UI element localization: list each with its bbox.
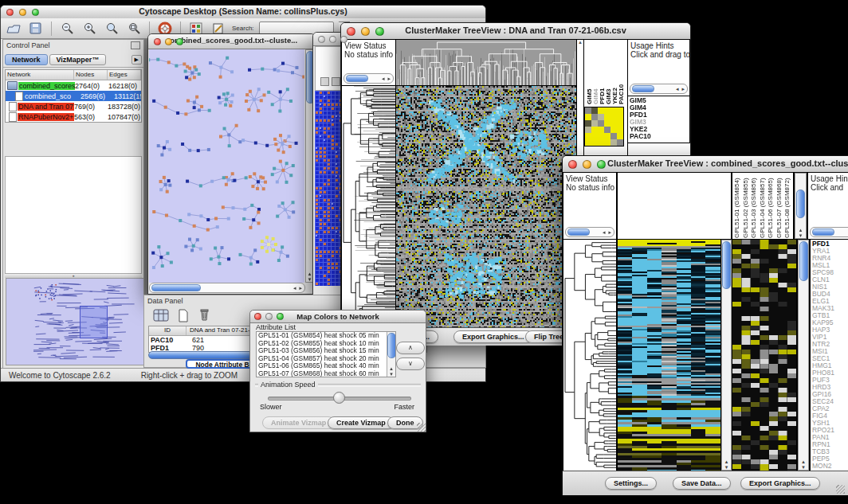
birds-eye-view[interactable]: [6, 278, 144, 365]
close-button[interactable]: [254, 313, 261, 320]
network-list-row[interactable]: DNA and Tran 07 769(0) 183728(0): [6, 101, 141, 111]
move-down-button[interactable]: ∨: [396, 357, 425, 370]
minimize-button[interactable]: [19, 9, 26, 16]
save-icon[interactable]: [27, 21, 45, 37]
minimize-button[interactable]: [265, 313, 273, 320]
gene-label[interactable]: MSL1: [812, 262, 848, 269]
attribute-list-item[interactable]: GPL51-06 (GSM865) heat shock 40 min: [257, 362, 395, 370]
attribute-list-item[interactable]: GPL51-04 (GSM857) heat shock 20 min: [257, 355, 395, 363]
gene-label[interactable]: TCB3: [812, 448, 848, 455]
dialog-titlebar[interactable]: Map Colors to Network: [250, 311, 426, 323]
gene-label[interactable]: PHO81: [812, 369, 848, 377]
gene-label[interactable]: PAN1: [812, 434, 848, 441]
zoom-in-icon[interactable]: [80, 21, 98, 37]
gene-label[interactable]: GTB1: [812, 312, 848, 319]
save-data-button[interactable]: Save Data...: [673, 477, 731, 490]
gene-label[interactable]: HRD3: [812, 384, 848, 391]
gene-label[interactable]: PAC10: [630, 133, 689, 140]
close-button[interactable]: [318, 36, 325, 43]
attribute-list-item[interactable]: GPL51-03 (GSM856) heat shock 15 min: [257, 347, 395, 355]
mini-tool-icon[interactable]: [332, 77, 340, 86]
gene-label[interactable]: RNR4: [812, 255, 848, 262]
gene-label[interactable]: KAP95: [812, 319, 848, 326]
network-canvas[interactable]: [149, 49, 304, 283]
gene-label[interactable]: PUF3: [812, 377, 848, 384]
global-heatmap-canvas[interactable]: [396, 86, 576, 327]
gene-label[interactable]: PEP5: [812, 455, 848, 463]
column-dendrogram-canvas[interactable]: [396, 40, 576, 85]
mini-tool-icon[interactable]: [320, 77, 329, 86]
gene-label[interactable]: NIS1: [812, 283, 848, 291]
gene-label[interactable]: MSI1: [812, 348, 848, 355]
delete-attribute-icon[interactable]: [195, 307, 213, 322]
gene-label[interactable]: HMG1: [812, 362, 848, 369]
open-folder-icon[interactable]: [5, 21, 22, 37]
attribute-list-item[interactable]: GPL51-02 (GSM855) heat shock 10 min: [257, 340, 395, 348]
usage-hints-scrollbar[interactable]: [810, 227, 848, 237]
column-labels-scrollbar[interactable]: ▴▾: [795, 173, 807, 239]
animation-speed-slider-thumb[interactable]: [333, 392, 345, 404]
network-list-row[interactable]: combined_sco 2569(6) 13112(15): [6, 91, 141, 101]
gene-label[interactable]: RPO21: [812, 427, 848, 434]
zoom-button[interactable]: [277, 313, 284, 320]
animate-vizmap-button[interactable]: Animate Vizmap: [262, 416, 335, 429]
zoom-button[interactable]: [597, 160, 606, 169]
gene-label[interactable]: MON2: [812, 463, 848, 470]
gene-label[interactable]: VIP1: [812, 334, 848, 341]
zoom-selected-icon[interactable]: [103, 21, 120, 37]
view-status-scrollbar[interactable]: ◂ ▸: [565, 227, 614, 237]
heatmap-vertical-scrollbar[interactable]: ▴▾: [721, 240, 732, 471]
zoomed-heatmap-canvas[interactable]: [732, 240, 796, 471]
zoom-fit-icon[interactable]: [125, 21, 143, 37]
zoom-out-icon[interactable]: [58, 21, 76, 37]
network-view-titlebar[interactable]: combined_scores_good.txt--cluste...: [148, 34, 315, 49]
gene-label[interactable]: MAK31: [812, 305, 848, 312]
gene-label[interactable]: FIG4: [812, 412, 848, 420]
column-dendrogram-area[interactable]: [618, 173, 731, 239]
attribute-list-scrollbar[interactable]: ▴▾: [387, 332, 395, 377]
gene-label[interactable]: RPN1: [812, 441, 848, 448]
selected-cluster-mini-heatmap[interactable]: [585, 107, 623, 146]
minimize-button[interactable]: [361, 27, 370, 36]
close-button[interactable]: [347, 27, 355, 36]
gene-label[interactable]: SEC24: [812, 398, 848, 405]
network-list-row[interactable]: RNAPuberNov2+ 563(0) 107847(0): [6, 111, 141, 122]
new-attribute-icon[interactable]: [175, 307, 192, 323]
gene-label[interactable]: ELG1: [812, 298, 848, 305]
gene-label[interactable]: HAP3: [812, 326, 848, 334]
treeview1-titlebar[interactable]: ClusterMaker TreeView : DNA and Tran 07-…: [341, 23, 690, 40]
network-list-row[interactable]: combined_scores 2764(0) 16218(0): [6, 80, 141, 91]
tab-overflow-arrow[interactable]: ▶: [132, 55, 142, 64]
gene-label[interactable]: NTR2: [812, 341, 848, 348]
settings-button[interactable]: Settings...: [605, 477, 657, 490]
attribute-list-item[interactable]: GPL51-07 (GSM868) heat shock 60 min: [257, 370, 395, 378]
gene-label[interactable]: GPI16: [812, 391, 848, 398]
export-graphics-button[interactable]: Export Graphics...: [453, 330, 533, 343]
create-vizmap-button[interactable]: Create Vizmap: [328, 416, 395, 429]
gene-label[interactable]: CLN1: [812, 276, 848, 283]
close-button[interactable]: [568, 160, 577, 169]
close-button[interactable]: [6, 9, 14, 16]
attribute-list-item[interactable]: GPL51-01 (GSM854) heat shock 05 min: [257, 332, 395, 340]
attribute-table-icon[interactable]: [152, 307, 170, 323]
row-dendrogram-canvas[interactable]: [342, 86, 395, 327]
main-titlebar[interactable]: Cytoscape Desktop (Session Name: collins…: [1, 6, 485, 19]
gene-label[interactable]: SPC98: [812, 269, 848, 276]
view-status-scrollbar[interactable]: ◂ ▸: [344, 73, 394, 84]
global-heatmap-canvas[interactable]: [618, 240, 720, 471]
gene-label[interactable]: SEC1: [812, 355, 848, 362]
gene-label[interactable]: YSH1: [812, 420, 848, 427]
zoom-button[interactable]: [176, 38, 183, 45]
move-up-button[interactable]: ∧: [396, 342, 425, 354]
gene-label[interactable]: BUD4: [812, 291, 848, 298]
zoom-button[interactable]: [340, 36, 347, 43]
minimize-button[interactable]: [329, 36, 336, 43]
gene-list-scrollbar[interactable]: ▴▾: [798, 240, 809, 471]
tab-vizmapper[interactable]: VizMapper™: [49, 54, 107, 65]
gene-label[interactable]: PFD1: [812, 240, 848, 248]
gene-label[interactable]: YRA1: [812, 248, 848, 255]
export-graphics-button[interactable]: Export Graphics...: [740, 477, 820, 490]
usage-hints-scrollbar[interactable]: ◂ ▸: [630, 84, 688, 94]
treeview2-titlebar[interactable]: ClusterMaker TreeView : combined_scores_…: [563, 156, 848, 173]
column-header-id[interactable]: ID: [149, 326, 186, 335]
